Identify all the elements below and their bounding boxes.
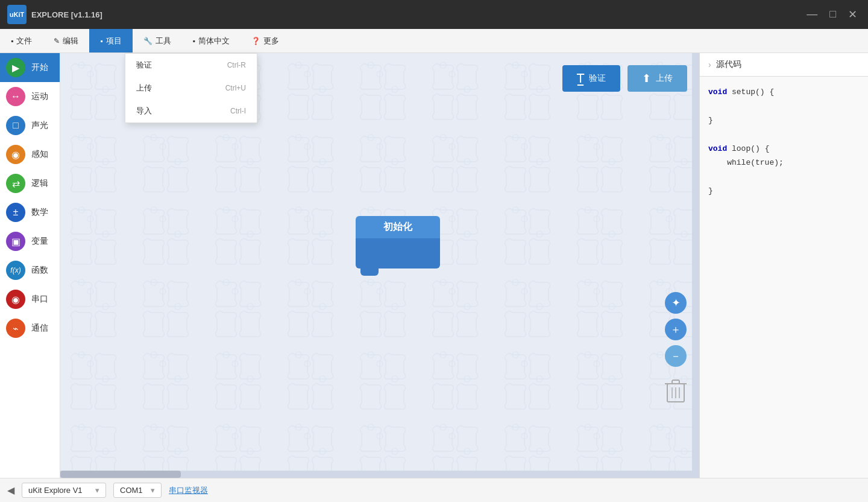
- app-title: EXPLORE [v1.1.16]: [31, 10, 102, 19]
- code-panel: › 源代码 void setup() { } void loop() { whi…: [699, 53, 868, 478]
- trash-button[interactable]: [663, 376, 688, 405]
- bottom-area: ◀ uKit Explore V1 ▾ COM1 ▾ 串口监视器 开始上传，需要…: [0, 478, 868, 502]
- sidebar-item-light[interactable]: □ 声光: [0, 111, 60, 140]
- svg-rect-6: [672, 380, 679, 384]
- menu-file[interactable]: ▪ 文件: [0, 29, 43, 52]
- sidebar-item-math[interactable]: ± 数学: [0, 198, 60, 227]
- scrollbar-vertical[interactable]: [692, 53, 699, 478]
- code-loop: loop() {: [727, 144, 769, 153]
- code-line-8: }: [708, 184, 860, 198]
- dropdown-import-label: 导入: [136, 106, 152, 116]
- sidebar-label-variable: 变量: [31, 236, 48, 247]
- zoom-out-button[interactable]: －: [665, 345, 687, 367]
- status-row: ◀ uKit Explore V1 ▾ COM1 ▾ 串口监视器: [0, 478, 868, 502]
- serial-monitor-link[interactable]: 串口监视器: [169, 485, 208, 496]
- menu-edit[interactable]: ✎ 编辑: [43, 29, 89, 52]
- project-icon: ▪: [100, 37, 102, 45]
- source-code-label: 源代码: [716, 59, 741, 70]
- sidebar-label-logic: 逻辑: [31, 178, 48, 189]
- sidebar-item-variable[interactable]: ▣ 变量: [0, 227, 60, 256]
- maximize-button[interactable]: □: [826, 8, 840, 21]
- code-content: void setup() { } void loop() { while(tru…: [700, 77, 868, 478]
- language-icon: ▪: [193, 37, 195, 45]
- scrollbar-horizontal[interactable]: [60, 471, 692, 478]
- start-icon: ▶: [6, 58, 25, 77]
- serial-icon: ◉: [6, 290, 25, 309]
- navigate-button[interactable]: ✦: [665, 292, 687, 314]
- more-icon: ❓: [251, 37, 260, 45]
- dropdown-menu: 验证 Ctrl-R 上传 Ctrl+U 导入 Ctrl-I: [125, 53, 257, 123]
- math-icon: ±: [6, 203, 25, 222]
- code-close-1: }: [708, 116, 713, 125]
- sense-icon: ◉: [6, 145, 25, 164]
- menu-more-label: 更多: [263, 36, 279, 46]
- code-line-6: while(true);: [708, 156, 860, 170]
- minimize-button[interactable]: —: [803, 8, 821, 21]
- sidebar-item-sense[interactable]: ◉ 感知: [0, 140, 60, 169]
- tools-icon: 🔧: [143, 37, 153, 45]
- sidebar-label-comm: 通信: [31, 323, 48, 334]
- dropdown-upload-shortcut: Ctrl+U: [225, 84, 246, 92]
- sidebar-item-logic[interactable]: ⇄ 逻辑: [0, 169, 60, 198]
- logo-icon: uKiT: [7, 5, 27, 24]
- device-name: uKit Explore V1: [28, 486, 83, 495]
- upload-button[interactable]: ⬆ 上传: [627, 65, 687, 92]
- menu-edit-label: 编辑: [63, 36, 78, 46]
- port-selector[interactable]: COM1 ▾: [113, 483, 162, 498]
- dropdown-verify-shortcut: Ctrl-R: [227, 61, 246, 69]
- expand-icon[interactable]: ›: [708, 60, 711, 69]
- app-logo: uKiT EXPLORE [v1.1.16]: [7, 5, 102, 24]
- code-line-2: [708, 99, 860, 113]
- sidebar-item-start[interactable]: ▶ 开始: [0, 53, 60, 82]
- block-body: [356, 238, 440, 268]
- dropdown-import[interactable]: 导入 Ctrl-I: [125, 100, 257, 122]
- sidebar-item-function[interactable]: f(x) 函数: [0, 256, 60, 285]
- menu-project[interactable]: ▪ 项目: [89, 29, 132, 52]
- menubar: ▪ 文件 ✎ 编辑 ▪ 项目 🔧 工具 ▪ 简体中文 ❓ 更多: [0, 29, 868, 53]
- keyword-void-2: void: [708, 144, 727, 153]
- sidebar-item-motion[interactable]: ↔ 运动: [0, 82, 60, 111]
- trash-icon: [665, 379, 687, 403]
- motion-icon: ↔: [6, 87, 25, 106]
- sidebar-item-serial[interactable]: ◉ 串口: [0, 285, 60, 314]
- close-button[interactable]: ✕: [844, 8, 861, 21]
- dropdown-verify[interactable]: 验证 Ctrl-R: [125, 54, 257, 77]
- menu-tools[interactable]: 🔧 工具: [133, 29, 182, 52]
- file-icon: ▪: [11, 37, 13, 45]
- menu-file-label: 文件: [16, 36, 32, 46]
- scroll-thumb-horizontal[interactable]: [60, 471, 181, 478]
- menu-language[interactable]: ▪ 简体中文: [182, 29, 241, 52]
- logic-icon: ⇄: [6, 174, 25, 193]
- zoom-in-button[interactable]: ＋: [665, 319, 687, 340]
- sidebar-label-light: 声光: [31, 120, 48, 131]
- code-line-4: [708, 127, 860, 141]
- sidebar-label-math: 数学: [31, 207, 48, 218]
- sidebar: ▶ 开始 ↔ 运动 □ 声光 ◉ 感知 ⇄ 逻辑 ± 数学 ▣ 变量 f(x): [0, 53, 60, 478]
- keyword-void-1: void: [708, 87, 727, 97]
- upload-label: 上传: [656, 73, 673, 84]
- sidebar-label-sense: 感知: [31, 149, 48, 160]
- window-controls: — □ ✕: [803, 8, 861, 21]
- sidebar-item-comm[interactable]: ⌁ 通信: [0, 314, 60, 343]
- status-arrow[interactable]: ◀: [7, 485, 14, 496]
- port-arrow: ▾: [151, 486, 155, 495]
- device-arrow: ▾: [95, 486, 99, 495]
- upload-icon: ⬆: [642, 72, 651, 85]
- device-selector[interactable]: uKit Explore V1 ▾: [22, 483, 106, 498]
- light-icon: □: [6, 116, 25, 135]
- code-line-5: void loop() {: [708, 142, 860, 156]
- sidebar-label-function: 函数: [31, 265, 48, 276]
- dropdown-import-shortcut: Ctrl-I: [230, 107, 246, 115]
- menu-more[interactable]: ❓ 更多: [241, 29, 290, 52]
- code-line-1: void setup() {: [708, 85, 860, 99]
- code-setup: setup() {: [727, 87, 774, 97]
- code-close-2: }: [708, 186, 713, 195]
- code-line-7: [708, 170, 860, 183]
- verify-button[interactable]: T̲ 验证: [562, 65, 620, 92]
- dropdown-verify-label: 验证: [136, 60, 152, 71]
- menu-tools-label: 工具: [156, 36, 171, 46]
- init-block[interactable]: 初始化: [356, 216, 440, 268]
- dropdown-upload[interactable]: 上传 Ctrl+U: [125, 77, 257, 100]
- code-line-3: }: [708, 113, 860, 127]
- code-panel-header: › 源代码: [700, 53, 868, 77]
